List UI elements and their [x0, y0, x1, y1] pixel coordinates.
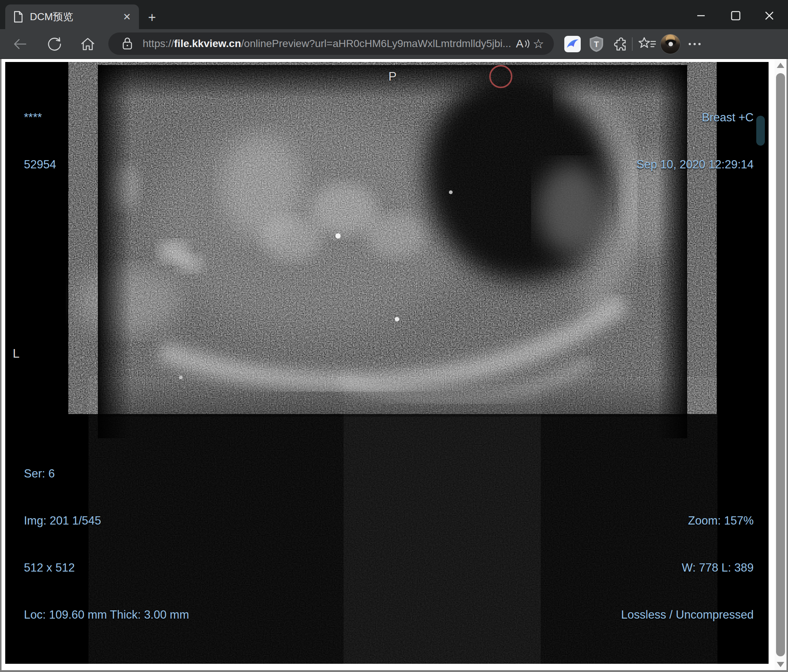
home-icon — [79, 36, 96, 52]
patient-id: 52954 — [24, 157, 56, 173]
overlay-display-info: Zoom: 157% W: 778 L: 389 Lossless / Unco… — [621, 482, 754, 654]
minimize-icon — [695, 10, 707, 22]
tab-strip: DCM预览 ✕ + — [0, 0, 788, 29]
extensions-puzzle-button[interactable] — [611, 34, 631, 54]
compression-info: Lossless / Uncompressed — [621, 607, 754, 623]
study-datetime: Sep 10, 2020 12:29:14 — [636, 157, 754, 173]
overlay-series-info: Ser: 6 Img: 201 1/545 512 x 512 Loc: 109… — [24, 434, 189, 654]
toolbar-divider — [632, 37, 632, 51]
scroll-down-arrow-icon[interactable] — [777, 662, 784, 667]
add-favorite-star-button[interactable]: ☆ — [533, 36, 544, 51]
read-aloud-letter: A — [516, 37, 524, 50]
url-text: https://file.kkview.cn/onlinePreview?url… — [143, 38, 516, 50]
window-maximize-button[interactable] — [722, 5, 750, 26]
window-border-right — [786, 59, 788, 672]
document-icon — [13, 11, 23, 23]
bird-icon — [564, 35, 581, 52]
url-path: /onlinePreview?url=aHR0cHM6Ly9maWxlLmtrd… — [241, 38, 511, 49]
orientation-marker-posterior: P — [388, 70, 397, 84]
series-number: Ser: 6 — [24, 466, 189, 482]
read-aloud-waves-icon — [525, 39, 530, 49]
browser-window: DCM预览 ✕ + — [0, 0, 788, 672]
tab-dcm-preview[interactable]: DCM预览 ✕ — [5, 5, 139, 29]
zoom-level: Zoom: 157% — [621, 513, 754, 529]
viewer-scroll-thumb[interactable] — [756, 116, 765, 146]
favorites-list-button[interactable] — [637, 34, 657, 54]
back-arrow-icon — [11, 36, 28, 52]
red-circle-annotation — [489, 65, 512, 88]
address-bar[interactable]: https://file.kkview.cn/onlinePreview?url… — [108, 32, 554, 55]
extension-shield-icon[interactable]: T — [587, 34, 606, 54]
lock-icon[interactable] — [122, 37, 133, 51]
star-list-icon — [638, 36, 656, 52]
close-icon — [763, 10, 776, 22]
read-aloud-button[interactable]: A — [516, 37, 530, 50]
puzzle-icon — [612, 36, 629, 52]
profile-avatar[interactable] — [660, 34, 680, 54]
window-border-left — [0, 59, 2, 672]
slice-location: Loc: 109.60 mm Thick: 3.00 mm — [24, 607, 189, 623]
tab-close-button[interactable]: ✕ — [119, 10, 135, 24]
study-protocol: Breast +C — [636, 110, 754, 125]
url-domain: file.kkview.cn — [174, 38, 241, 49]
image-matrix: 512 x 512 — [24, 560, 189, 576]
window-close-button[interactable] — [756, 5, 783, 26]
window-border-bottom — [0, 670, 788, 672]
shield-icon: T — [589, 35, 604, 52]
page-scrollbar[interactable] — [775, 60, 786, 670]
browser-toolbar: https://file.kkview.cn/onlinePreview?url… — [0, 29, 788, 59]
avatar-highlight — [669, 42, 673, 46]
tab-title: DCM预览 — [30, 10, 119, 24]
new-tab-button[interactable]: + — [144, 10, 160, 25]
patient-name-masked: **** — [24, 110, 56, 125]
url-scheme: https:// — [143, 38, 174, 49]
overlay-patient: **** 52954 — [24, 78, 56, 204]
home-button[interactable] — [78, 34, 97, 54]
orientation-marker-left: L — [13, 347, 19, 361]
back-button[interactable] — [10, 34, 30, 54]
refresh-button[interactable] — [45, 34, 64, 54]
window-level: W: 778 L: 389 — [621, 560, 754, 576]
extension-bird-icon[interactable] — [563, 34, 582, 54]
ellipsis-icon — [689, 43, 701, 45]
dicom-viewer: **** 52954 Breast +C Sep 10, 2020 12:29:… — [5, 62, 769, 664]
page-scrollbar-thumb[interactable] — [776, 73, 785, 656]
refresh-icon — [47, 36, 62, 52]
settings-more-button[interactable] — [685, 34, 704, 54]
overlay-study: Breast +C Sep 10, 2020 12:29:14 — [636, 78, 754, 204]
svg-text:T: T — [594, 40, 599, 49]
image-number: Img: 201 1/545 — [24, 513, 189, 529]
window-minimize-button[interactable] — [687, 5, 715, 26]
scroll-up-arrow-icon[interactable] — [777, 63, 784, 68]
maximize-icon — [730, 10, 742, 22]
